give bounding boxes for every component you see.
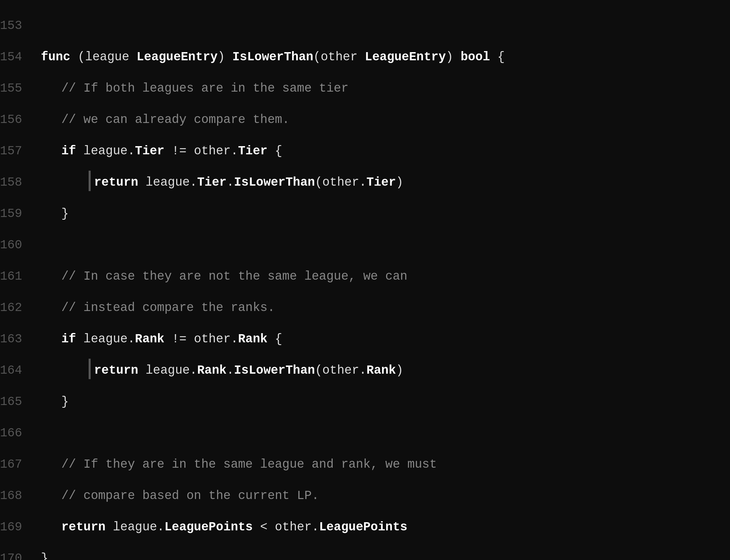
line-content: if league.Tier != other.Tier { — [34, 136, 730, 166]
code-line-161: 161 // In case they are not the same lea… — [0, 261, 730, 292]
line-content: return league.Tier.IsLowerThan(other.Tie… — [34, 168, 730, 198]
line-number: 159 — [0, 199, 34, 229]
line-content: // If both leagues are in the same tier — [34, 74, 730, 104]
line-content: // we can already compare them. — [34, 105, 730, 135]
code-line-158: 158 return league.Tier.IsLowerThan(other… — [0, 167, 730, 198]
line-number: 162 — [0, 293, 34, 323]
code-editor: 153 154 func (league LeagueEntry) IsLowe… — [0, 7, 730, 560]
code-line-169: 169 return league.LeaguePoints < other.L… — [0, 512, 730, 543]
code-line-167: 167 // If they are in the same league an… — [0, 449, 730, 480]
line-number: 154 — [0, 42, 34, 72]
line-number: 157 — [0, 136, 34, 166]
line-number: 168 — [0, 481, 34, 511]
line-content: // compare based on the current LP. — [34, 481, 730, 511]
code-line-160: 160 — [0, 230, 730, 261]
line-number: 164 — [0, 356, 34, 386]
line-number: 160 — [0, 230, 34, 260]
line-number: 170 — [0, 544, 34, 560]
indent-bar — [89, 171, 91, 191]
line-content: } — [34, 199, 730, 229]
code-line-162: 162 // instead compare the ranks. — [0, 292, 730, 324]
line-number: 155 — [0, 74, 34, 104]
code-line-153: 153 — [0, 10, 730, 42]
line-number: 156 — [0, 105, 34, 135]
code-line-159: 159 } — [0, 198, 730, 230]
code-line-166: 166 — [0, 418, 730, 449]
code-line-165: 165 } — [0, 386, 730, 418]
code-line-163: 163 if league.Rank != other.Rank { — [0, 324, 730, 355]
line-content: return league.LeaguePoints < other.Leagu… — [34, 512, 730, 542]
code-line-157: 157 if league.Tier != other.Tier { — [0, 136, 730, 167]
line-number: 166 — [0, 418, 34, 448]
line-number: 167 — [0, 450, 34, 480]
line-content: // If they are in the same league and ra… — [34, 450, 730, 480]
code-line-154: 154 func (league LeagueEntry) IsLowerTha… — [0, 42, 730, 73]
line-number: 163 — [0, 324, 34, 354]
line-number: 165 — [0, 387, 34, 417]
line-number: 169 — [0, 512, 34, 542]
line-content: return league.Rank.IsLowerThan(other.Ran… — [34, 356, 730, 386]
code-line-156: 156 // we can already compare them. — [0, 104, 730, 136]
code-line-168: 168 // compare based on the current LP. — [0, 480, 730, 512]
line-content: } — [34, 544, 730, 560]
line-number: 153 — [0, 11, 34, 41]
indent-bar — [89, 359, 91, 379]
line-content: } — [34, 387, 730, 417]
line-content: if league.Rank != other.Rank { — [34, 324, 730, 354]
line-number: 161 — [0, 262, 34, 292]
line-content: func (league LeagueEntry) IsLowerThan(ot… — [34, 42, 730, 72]
code-line-164: 164 return league.Rank.IsLowerThan(other… — [0, 355, 730, 386]
code-line-170: 170 } — [0, 543, 730, 560]
line-content: // instead compare the ranks. — [34, 293, 730, 323]
line-content: // In case they are not the same league,… — [34, 262, 730, 292]
code-line-155: 155 // If both leagues are in the same t… — [0, 73, 730, 104]
line-number: 158 — [0, 168, 34, 198]
